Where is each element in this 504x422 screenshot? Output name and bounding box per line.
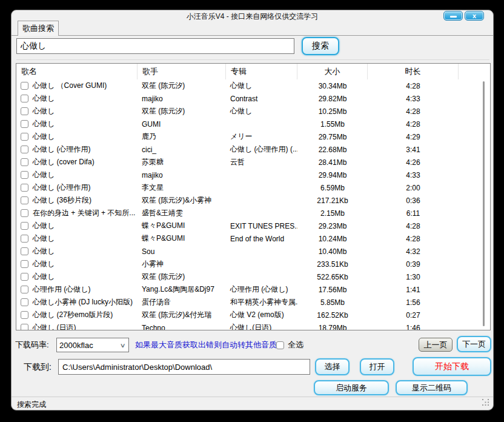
song-artist: 双笙 (陈元汐) bbox=[138, 270, 226, 283]
song-artist: Techno bbox=[138, 321, 226, 330]
song-duration: 4:33 bbox=[368, 169, 459, 181]
start-service-button[interactable]: 启动服务 bbox=[314, 380, 389, 395]
row-checkbox[interactable] bbox=[21, 209, 28, 217]
song-album: 云哲 bbox=[226, 156, 297, 169]
row-checkbox[interactable] bbox=[21, 184, 28, 192]
row-checkbox[interactable] bbox=[21, 286, 28, 293]
song-album bbox=[226, 245, 297, 258]
row-checkbox[interactable] bbox=[21, 298, 28, 306]
table-row[interactable]: 心做し majiko Contrast 29.82Mb 4:33 bbox=[16, 92, 490, 105]
close-icon: x bbox=[472, 12, 476, 19]
table-row[interactable]: 心做し Sou 10.40Mb 4:32 bbox=[16, 245, 490, 258]
table-row[interactable]: 心做し 蝶々P&GUMI End of the World 10.24Mb 4:… bbox=[16, 232, 490, 245]
search-button[interactable]: 搜索 bbox=[302, 37, 339, 55]
song-duration: 1:41 bbox=[368, 283, 459, 296]
table-row[interactable]: 心做し 双笙 (陈元汐) 心做し 10.25Mb 4:28 bbox=[16, 105, 490, 118]
column-header-album[interactable]: 专辑 bbox=[226, 64, 297, 79]
song-duration: 4:29 bbox=[368, 130, 459, 143]
title-bar[interactable]: 小汪音乐V4 - 接口来自网络仅供交流学习 x bbox=[12, 10, 493, 21]
song-name: 心做し bbox=[33, 233, 55, 244]
song-album bbox=[226, 207, 297, 219]
song-size: 522.65Kb bbox=[297, 270, 368, 283]
table-body: 心做し （Cover GUMI) 双笙 (陈元汐) 心做し 30.34Mb 4:… bbox=[16, 79, 490, 330]
song-size: 28.41Mb bbox=[297, 156, 368, 169]
row-checkbox[interactable] bbox=[21, 95, 28, 102]
row-checkbox[interactable] bbox=[21, 82, 28, 90]
song-name: 心做し (心理作用) bbox=[33, 183, 91, 193]
song-artist: Yang.Lc&陶陶居&Dj97 bbox=[138, 283, 226, 296]
row-checkbox[interactable] bbox=[21, 311, 28, 319]
column-header-size[interactable]: 大小 bbox=[297, 64, 368, 79]
row-checkbox[interactable] bbox=[21, 133, 28, 141]
row-checkbox[interactable] bbox=[21, 120, 28, 128]
window-title: 小汪音乐V4 - 接口来自网络仅供交流学习 bbox=[12, 12, 493, 22]
search-input[interactable] bbox=[16, 38, 294, 54]
table-scrollbar[interactable] bbox=[483, 81, 485, 326]
select-all[interactable]: 全选 bbox=[276, 338, 303, 352]
row-checkbox[interactable] bbox=[21, 171, 28, 179]
song-album bbox=[226, 118, 297, 130]
table-row[interactable]: 心做し （Cover GUMI) 双笙 (陈元汐) 心做し 30.34Mb 4:… bbox=[16, 79, 490, 92]
column-header-name[interactable]: 歌名 bbox=[16, 64, 138, 79]
table-row[interactable]: 心做し majiko 29.94Mb 4:33 bbox=[16, 169, 490, 181]
song-size: 10.40Mb bbox=[297, 245, 368, 258]
row-checkbox[interactable] bbox=[21, 260, 28, 268]
song-artist: majiko bbox=[138, 169, 226, 181]
song-size: 1.55Mb bbox=[297, 118, 368, 130]
song-size: 10.24Mb bbox=[297, 232, 368, 245]
song-name: 心做し bbox=[33, 170, 55, 180]
download-to-label: 下载到: bbox=[24, 360, 51, 374]
close-button[interactable]: x bbox=[465, 11, 484, 21]
table-row[interactable]: 心做し GUMI 1.55Mb 4:28 bbox=[16, 118, 490, 130]
table-row[interactable]: 心做し (心理作用) 李文星 6.59Mb 2:00 bbox=[16, 181, 490, 194]
row-checkbox[interactable] bbox=[21, 146, 28, 153]
song-artist: 双笙 (陈元汐) bbox=[138, 105, 226, 118]
table-row[interactable]: 心做し (36秒片段) 双笙 (陈元汐)&小雾神 217.21Kb 0:36 bbox=[16, 194, 490, 207]
table-row[interactable]: 心做し小雾神 (DJ lucky小阳版) 蛋仔汤音 和平精英小雾神专属... 5… bbox=[16, 296, 490, 309]
column-header-artist[interactable]: 歌手 bbox=[138, 64, 226, 79]
column-header-duration[interactable]: 时长 bbox=[368, 64, 459, 79]
song-duration: 0:27 bbox=[368, 309, 459, 321]
table-row[interactable]: 心理作用 (心做し) Yang.Lc&陶陶居&Dj97 心理作用 (心做し) 1… bbox=[16, 283, 490, 296]
row-checkbox[interactable] bbox=[21, 324, 28, 330]
song-duration: 1:56 bbox=[368, 296, 459, 309]
choose-folder-button[interactable]: 选择 bbox=[315, 358, 350, 375]
row-checkbox[interactable] bbox=[21, 235, 28, 243]
select-all-checkbox[interactable] bbox=[276, 341, 284, 349]
song-album: 心做し(日语) bbox=[226, 321, 297, 330]
minimize-button[interactable] bbox=[443, 11, 463, 21]
table-row[interactable]: 心做し 蝶々P&GUMI EXIT TUNES PRES... 29.23Mb … bbox=[16, 219, 490, 232]
row-checkbox[interactable] bbox=[21, 273, 28, 281]
open-folder-button[interactable]: 打开 bbox=[360, 358, 394, 375]
show-qrcode-button[interactable]: 显示二维码 bbox=[396, 380, 468, 395]
table-row[interactable]: 心做し (日语) Techno 心做し(日语) 18.79Mb 1:46 bbox=[16, 321, 490, 330]
row-checkbox[interactable] bbox=[21, 247, 28, 255]
table-row[interactable]: 心做し (心理作用) cici_ 心做し (心理作用) (... 22.68Mb… bbox=[16, 143, 490, 156]
tab-song-search[interactable]: 歌曲搜索 bbox=[18, 21, 59, 36]
table-row[interactable]: 心做し 小雾神 233.51Kb 0:39 bbox=[16, 258, 490, 270]
table-row[interactable]: 心做し (cover Difa) 苏栗糖 云哲 28.41Mb 4:26 bbox=[16, 156, 490, 169]
start-download-button[interactable]: 开始下载 bbox=[413, 357, 491, 376]
resize-grip-icon[interactable] bbox=[482, 399, 489, 406]
bitrate-select[interactable]: 2000kflac ∨ bbox=[56, 338, 129, 352]
next-page-button[interactable]: 下一页 bbox=[457, 336, 491, 352]
song-size: 6.59Mb bbox=[297, 181, 368, 194]
song-name: 心理作用 (心做し) bbox=[33, 284, 91, 295]
pane-divider bbox=[16, 59, 489, 60]
song-duration: 0:39 bbox=[368, 258, 459, 270]
row-checkbox[interactable] bbox=[21, 158, 28, 166]
row-checkbox[interactable] bbox=[21, 222, 28, 230]
song-duration: 4:32 bbox=[368, 245, 459, 258]
prev-page-button[interactable]: 上一页 bbox=[419, 338, 453, 352]
song-name: 心做し bbox=[33, 93, 55, 104]
row-checkbox[interactable] bbox=[21, 196, 28, 204]
table-row[interactable]: 在你的身边 + 关键词 + 不知所... 盛哲&王靖雯 2.15Mb 6:11 bbox=[16, 207, 490, 219]
song-album: 心理作用 (心做し) bbox=[226, 283, 297, 296]
table-row[interactable]: 心做し 鹿乃 メリー 29.75Mb 4:29 bbox=[16, 130, 490, 143]
download-path-input[interactable] bbox=[58, 359, 310, 375]
table-row[interactable]: 心做し 双笙 (陈元汐) 522.65Kb 1:30 bbox=[16, 270, 490, 283]
row-checkbox[interactable] bbox=[21, 107, 28, 115]
song-size: 5.85Mb bbox=[297, 296, 368, 309]
song-name: 心做し (cover Difa) bbox=[33, 157, 94, 167]
table-row[interactable]: 心做し (27秒emo版片段) 双笙 (陈元汐)&付光瑞 心做 V2 (emo版… bbox=[16, 309, 490, 321]
